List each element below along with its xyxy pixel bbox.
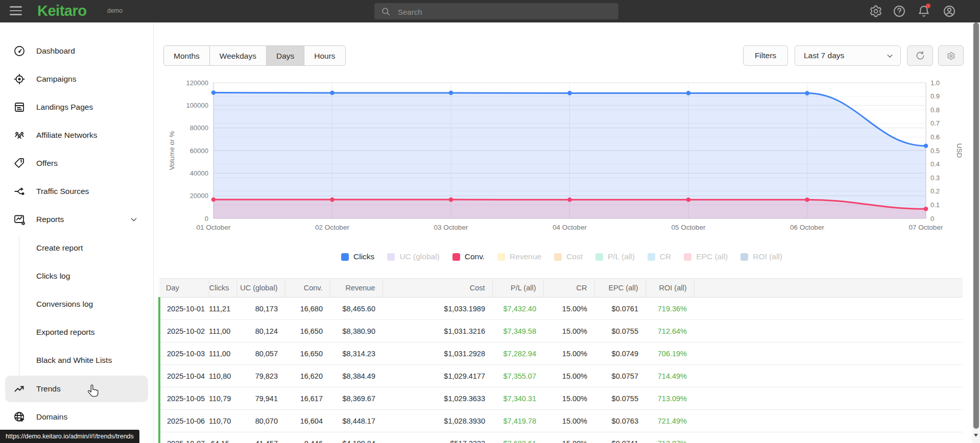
- svg-text:0.9: 0.9: [930, 92, 940, 100]
- legend-item-epc-all-[interactable]: EPC (all): [684, 252, 728, 261]
- cell-day: 2025-10-05: [159, 387, 209, 410]
- cell-p-l-all-: $3,682.61: [492, 432, 543, 443]
- sidebar-item-affiliate-networks[interactable]: Affiliate Networks: [0, 121, 153, 149]
- cell-conv-: 16,617: [285, 387, 330, 410]
- legend-label: UC (global): [399, 252, 439, 261]
- hand-cursor: [85, 384, 101, 400]
- column-header-cr[interactable]: CR: [543, 279, 594, 298]
- chevron-down-icon: [130, 215, 138, 224]
- column-header-roi-all-[interactable]: ROI (all): [646, 279, 694, 298]
- sidebar-item-campaigns[interactable]: Campaigns: [0, 65, 153, 93]
- column-header-revenue[interactable]: Revenue: [330, 279, 383, 298]
- sidebar-item-label: Traffic Sources: [36, 178, 89, 205]
- cell-cost: $1,029.4177: [383, 365, 492, 387]
- keitaro-logo[interactable]: Keitaro: [37, 3, 86, 19]
- cell-revenue: $4,199.84: [330, 432, 383, 443]
- svg-text:120000: 120000: [186, 79, 208, 87]
- cell-day: 2025-10-07: [159, 432, 209, 443]
- sidebar-item-offers[interactable]: $Offers: [0, 150, 153, 177]
- cell-revenue: $8,369.67: [330, 387, 383, 410]
- page-scrollbar[interactable]: [972, 22, 980, 443]
- legend-label: CR: [660, 252, 671, 261]
- tab-hours[interactable]: Hours: [304, 45, 345, 66]
- sidebar-item-reports[interactable]: Reports: [0, 206, 153, 233]
- cell-clicks: 111,00: [209, 320, 236, 342]
- sidebar-item-exported-reports[interactable]: Exported reports: [0, 318, 153, 346]
- column-header-day[interactable]: Day: [159, 279, 209, 298]
- bell-icon[interactable]: [917, 5, 930, 18]
- tab-days[interactable]: Days: [266, 45, 304, 66]
- sidebar-item-label: Offers: [36, 150, 58, 177]
- cell-revenue: $8,465.60: [330, 298, 383, 320]
- column-header-clicks[interactable]: Clicks: [209, 279, 236, 298]
- column-header-uc-global-[interactable]: UC (global): [236, 279, 285, 298]
- legend-item-cr[interactable]: CR: [648, 252, 671, 261]
- cell-roi-all-: 719.36%: [646, 298, 694, 320]
- date-range-select[interactable]: Last 7 days: [795, 45, 901, 66]
- sidebar-item-label: Reports: [36, 206, 64, 233]
- svg-text:0.2: 0.2: [930, 187, 940, 195]
- sidebar-item-trends[interactable]: Trends: [0, 375, 153, 403]
- cell-uc-global-: 41,457: [236, 432, 285, 443]
- tab-months[interactable]: Months: [163, 45, 210, 66]
- chart-settings-button[interactable]: [938, 45, 964, 66]
- scrollbar-thumb[interactable]: [973, 22, 979, 429]
- sidebar-item-dashboard[interactable]: Dashboard: [0, 37, 153, 65]
- table-row[interactable]: 2025-10-06110,7080,07016,604$8,448.17$1,…: [159, 410, 963, 432]
- table-row[interactable]: 2025-10-04110,8079,82316,620$8,384.49$1,…: [159, 365, 963, 387]
- search-input[interactable]: [397, 3, 613, 20]
- sidebar-item-label: Dashboard: [36, 37, 75, 65]
- legend-item-uc-global-[interactable]: UC (global): [387, 252, 439, 261]
- sidebar-item-clicks-log[interactable]: Clicks log: [0, 262, 153, 290]
- svg-text:06 October: 06 October: [790, 224, 824, 231]
- user-icon[interactable]: [943, 5, 956, 18]
- table-row[interactable]: 2025-10-03111,0080,05716,650$8,314.23$1,…: [159, 342, 963, 365]
- legend-item-revenue[interactable]: Revenue: [497, 252, 541, 261]
- cell-roi-all-: 706.19%: [646, 342, 694, 365]
- sidebar-item-traffic-sources[interactable]: Traffic Sources: [0, 178, 153, 205]
- cell-conv-: 16,650: [285, 320, 330, 342]
- sidebar-item-conversions-log[interactable]: Conversions log: [0, 290, 153, 318]
- settings-gear-icon[interactable]: [869, 5, 882, 18]
- filters-button[interactable]: Filters: [743, 45, 788, 66]
- campaigns-icon: [13, 73, 26, 85]
- cell-day: 2025-10-01: [159, 298, 209, 320]
- sidebar-item-label: Affiliate Networks: [36, 121, 97, 149]
- cell-cr: 15.00%: [543, 365, 594, 387]
- cell-roi-all-: 713.09%: [646, 387, 694, 410]
- cell-cr: 15.00%: [543, 410, 594, 432]
- legend-item-p-l-all-[interactable]: P/L (all): [595, 252, 635, 261]
- sidebar-item-label: Black and White Lists: [36, 347, 112, 374]
- table-row[interactable]: 2025-10-01111,2180,17316,680$8,465.60$1,…: [159, 298, 963, 320]
- sidebar-item-landings-pages[interactable]: Landings Pages: [0, 93, 153, 121]
- menu-icon[interactable]: [10, 6, 22, 16]
- sidebar-item-domains[interactable]: Domains: [0, 403, 153, 431]
- date-range-value: Last 7 days: [804, 51, 844, 60]
- legend-label: Clicks: [353, 252, 374, 261]
- refresh-button[interactable]: [907, 45, 933, 66]
- scrollbar-down-arrow[interactable]: [974, 434, 978, 437]
- legend-item-clicks[interactable]: Clicks: [341, 252, 374, 261]
- table-row[interactable]: 2025-10-0764,1541,4578,446$4,199.84$517.…: [159, 432, 963, 443]
- sidebar-item-create-report[interactable]: Create report: [0, 234, 153, 262]
- sidebar-item-black-and-white-lists[interactable]: Black and White Lists: [0, 347, 153, 374]
- column-header-conv-[interactable]: Conv.: [285, 279, 330, 298]
- table-row[interactable]: 2025-10-02111,0080,12416,650$8,380.90$1,…: [159, 320, 963, 342]
- legend-item-cost[interactable]: Cost: [554, 252, 583, 261]
- legend-item-roi-all-[interactable]: ROI (all): [740, 252, 782, 261]
- trends-table: DayClicksUC (global)Conv.RevenueCostP/L …: [158, 278, 963, 443]
- column-header-p-l-all-[interactable]: P/L (all): [492, 279, 543, 298]
- cell-conv-: 16,620: [285, 365, 330, 387]
- sidebar-item-label: Clicks log: [36, 262, 70, 290]
- cell-p-l-all-: $7,349.58: [492, 320, 543, 342]
- table-row[interactable]: 2025-10-05110,7979,94116,617$8,369.67$1,…: [159, 387, 963, 410]
- global-search[interactable]: [374, 3, 618, 19]
- tab-weekdays[interactable]: Weekdays: [209, 45, 267, 66]
- legend-item-conv-[interactable]: Conv.: [452, 252, 485, 261]
- column-header-epc-all-[interactable]: EPC (all): [594, 279, 646, 298]
- cell-cr: 15.00%: [543, 298, 594, 320]
- sidebar-item-label: Create report: [36, 234, 83, 262]
- help-icon[interactable]: [893, 5, 906, 18]
- column-header-cost[interactable]: Cost: [383, 279, 492, 298]
- trends-icon: [13, 383, 26, 395]
